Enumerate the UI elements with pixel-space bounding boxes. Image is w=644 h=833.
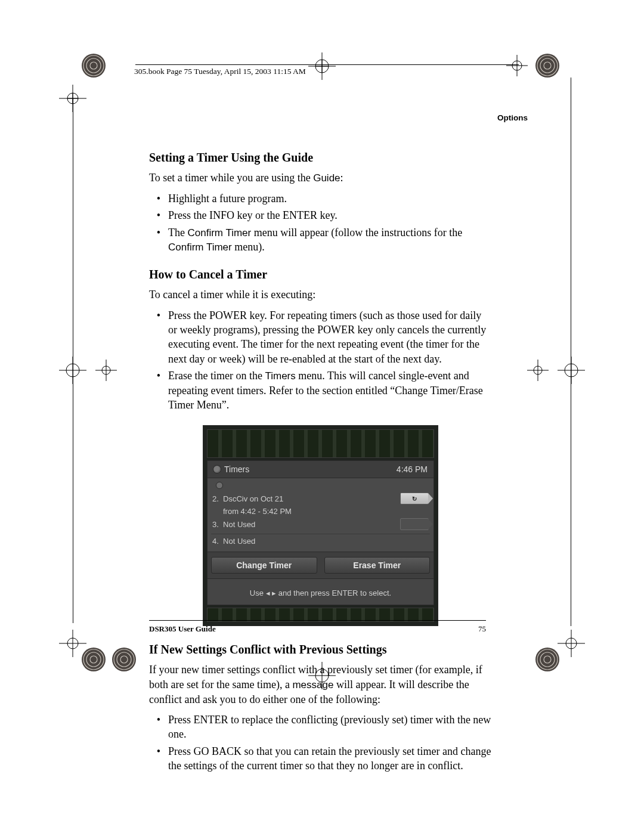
list-item: Press the POWER key. For repeating timer… [166, 308, 492, 366]
book-meta-line: 305.book Page 75 Tuesday, April 15, 2003… [134, 67, 306, 76]
text: : [340, 172, 343, 184]
svg-point-42 [535, 648, 559, 671]
paragraph: To cancel a timer while it is executing: [149, 287, 492, 302]
osd-clock: 4:46 PM [397, 465, 428, 474]
crop-mark-mid-right [558, 357, 585, 384]
text: To set a timer while you are using the [149, 172, 313, 184]
bullet-list: Press ENTER to replace the conflicting (… [149, 713, 492, 773]
crop-mark-top-right [506, 55, 528, 76]
crop-mark-mid-left-inner [95, 360, 117, 381]
paragraph: To set a timer while you are using the G… [149, 171, 492, 185]
list-item: Press the INFO key or the ENTER key. [166, 208, 492, 222]
list-item: Press ENTER to replace the conflicting (… [166, 713, 492, 742]
ui-term: Timers [265, 370, 295, 382]
timer-type-tag-empty [400, 518, 429, 530]
osd-title: Timers [213, 465, 249, 474]
section-heading-conflict: If New Settings Conflict with Previous S… [149, 643, 492, 657]
registration-rosette-icon [534, 646, 561, 673]
crop-mark-mid-right-inner [527, 360, 549, 381]
timer-type-tag: ↻ [400, 493, 429, 504]
content-column: Options Setting a Timer Using the Guide … [149, 113, 492, 786]
timer-row-2: 2. DscCiv on Oct 21 ↻ [211, 491, 430, 506]
footer-doc-title: DSR305 User Guide [149, 624, 216, 634]
list-item: Highlight a future program. [166, 191, 492, 206]
osd-video-background [207, 429, 434, 458]
footer-page-number: 75 [478, 624, 486, 634]
page-footer: DSR305 User Guide 75 [149, 620, 486, 634]
svg-point-46 [82, 648, 106, 671]
text: Erase the timer on the [168, 370, 265, 382]
osd-panel: Timers 4:46 PM 2. DscCiv on Oct 21 ↻ fro… [207, 460, 434, 605]
list-item: Erase the timer on the Timers menu. This… [166, 368, 492, 413]
osd-hint-bar: Use ◂ ▸ and then press ENTER to select. [208, 579, 434, 605]
ui-term: Confirm Timer [168, 241, 232, 253]
section-heading-setting-timer: Setting a Timer Using the Guide [149, 151, 492, 165]
crop-mark-top-center [308, 52, 336, 80]
crop-rule-right [571, 78, 571, 626]
osd-button-row: Change Timer Erase Timer [208, 552, 434, 579]
ui-term: Guide [313, 172, 340, 184]
osd-change-timer-button: Change Timer [211, 557, 317, 574]
scroll-up-icon [216, 482, 223, 489]
timer-row-2-sub: from 4:42 - 5:42 PM [211, 506, 430, 517]
crop-mark-bottom-right [558, 630, 585, 657]
osd-timer-list: 2. DscCiv on Oct 21 ↻ from 4:42 - 5:42 P… [208, 478, 434, 552]
ui-term: Confirm Timer [187, 227, 251, 239]
registration-rosette-icon [80, 52, 107, 79]
osd-erase-timer-button: Erase Timer [324, 557, 431, 574]
text: The [168, 227, 187, 239]
ui-term: message [292, 679, 333, 690]
osd-titlebar: Timers 4:46 PM [208, 461, 434, 478]
bullet-list: Press the POWER key. For repeating timer… [149, 308, 492, 413]
section-heading-cancel-timer: How to Cancel a Timer [149, 268, 492, 281]
clock-icon [213, 466, 221, 473]
timers-osd-figure: Timers 4:46 PM 2. DscCiv on Oct 21 ↻ fro… [203, 425, 438, 626]
bullet-list: Highlight a future program. Press the IN… [149, 191, 492, 255]
list-item: Press GO BACK so that you can retain the… [166, 744, 492, 773]
registration-rosette-icon [80, 646, 107, 673]
registration-rosette-icon [111, 646, 137, 673]
text: menu will appear (follow the instruction… [251, 227, 462, 239]
list-item: The Confirm Timer menu will appear (foll… [166, 225, 492, 255]
paragraph: If your new timer settings conflict with… [149, 662, 492, 707]
svg-point-50 [112, 648, 136, 671]
timer-row-3: 3. Not Used [211, 517, 430, 531]
crop-rule-left [73, 98, 73, 623]
svg-point-34 [82, 54, 106, 78]
running-head: Options [149, 113, 528, 122]
document-page: 305.book Page 75 Tuesday, April 15, 2003… [0, 0, 644, 833]
timer-row-4: 4. Not Used [211, 534, 430, 547]
svg-point-38 [535, 54, 559, 78]
registration-rosette-icon [534, 52, 561, 79]
text: menu). [232, 241, 265, 253]
